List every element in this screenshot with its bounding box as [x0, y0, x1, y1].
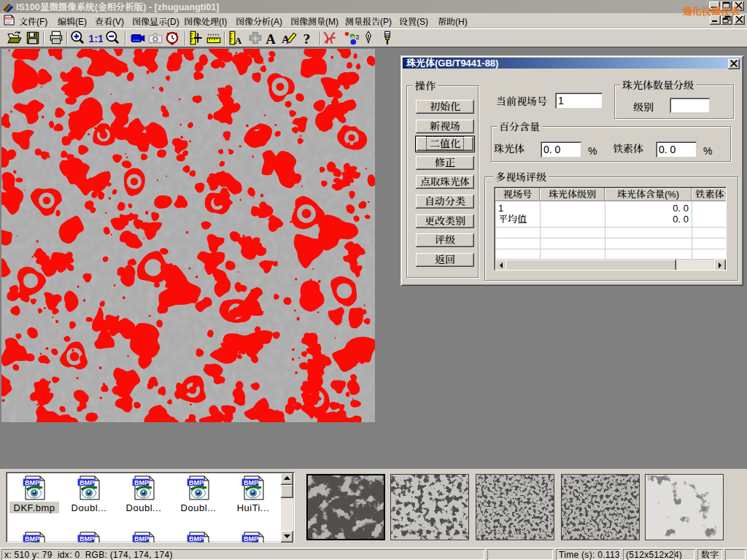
- svg-text:BMP: BMP: [80, 535, 94, 542]
- svg-text:BMP: BMP: [80, 479, 94, 486]
- svg-text:A: A: [235, 35, 242, 46]
- svg-text:1:1: 1:1: [88, 33, 103, 44]
- svg-text:BMP: BMP: [244, 535, 258, 542]
- svg-text:BMP: BMP: [189, 535, 204, 542]
- svg-text:BMP: BMP: [244, 479, 258, 486]
- svg-text:BMP: BMP: [134, 479, 149, 486]
- svg-text:3: 3: [356, 34, 359, 41]
- svg-text:BMP: BMP: [134, 535, 149, 542]
- svg-text:BMP: BMP: [25, 535, 39, 542]
- svg-text:BMP: BMP: [25, 479, 39, 486]
- svg-text:?: ?: [303, 31, 310, 46]
- svg-text:A: A: [266, 31, 276, 46]
- svg-text:DOC: DOC: [5, 16, 14, 20]
- svg-text:BMP: BMP: [189, 479, 204, 486]
